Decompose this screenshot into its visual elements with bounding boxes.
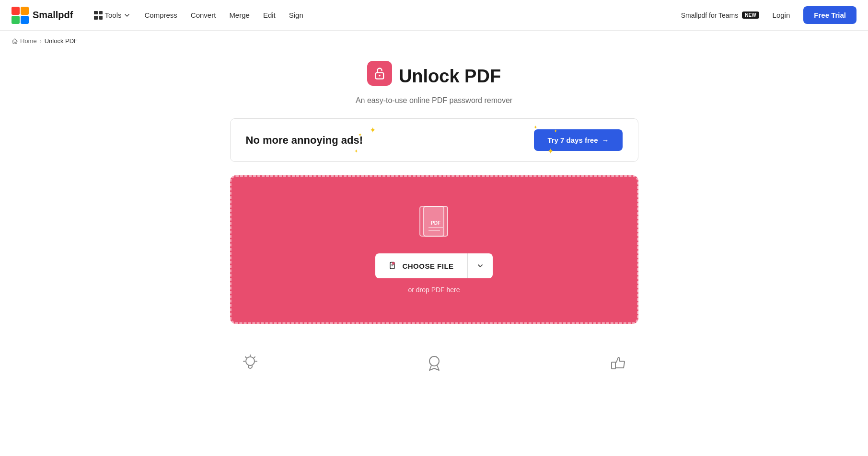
svg-text:PDF: PDF — [431, 220, 440, 226]
star-decoration-4: ✦ — [533, 125, 537, 130]
logo-text: Smallpdf — [33, 10, 73, 21]
compress-link[interactable]: Compress — [139, 7, 183, 23]
choose-file-button[interactable]: CHOOSE FILE — [375, 253, 467, 278]
login-button[interactable]: Login — [767, 7, 796, 23]
dropdown-chevron-icon — [476, 262, 484, 270]
lightbulb-icon — [240, 353, 261, 374]
sign-link[interactable]: Sign — [283, 7, 309, 23]
breadcrumb-separator: › — [40, 38, 42, 45]
edit-link[interactable]: Edit — [257, 7, 281, 23]
navbar: Smallpdf Tools Compress Convert Merge Ed… — [0, 0, 868, 31]
free-trial-button[interactable]: Free Trial — [803, 6, 856, 24]
nav-right: Smallpdf for Teams New Login Free Trial — [681, 6, 856, 24]
merge-link[interactable]: Merge — [223, 7, 255, 23]
award-icon — [424, 353, 445, 374]
star-decoration-1: ✦ — [370, 125, 376, 135]
file-icon — [389, 262, 397, 270]
svg-rect-3 — [21, 16, 29, 24]
home-icon — [12, 38, 18, 45]
star-decoration-2: ✦ — [358, 132, 362, 137]
thumbsup-icon — [608, 353, 629, 374]
pdf-file-icon: PDF — [419, 205, 450, 242]
grid-icon — [94, 11, 103, 20]
logo[interactable]: Smallpdf — [12, 7, 73, 24]
star-decoration-3: ✦ — [354, 148, 358, 154]
svg-rect-0 — [12, 7, 20, 15]
main-content: Unlock PDF An easy-to-use online PDF pas… — [219, 51, 650, 333]
breadcrumb-current: Unlock PDF — [45, 37, 78, 45]
unlock-icon-wrap — [367, 61, 392, 86]
tools-menu[interactable]: Tools — [88, 7, 137, 23]
svg-line-15 — [254, 357, 255, 358]
unlock-icon — [373, 67, 386, 80]
choose-file-dropdown-button[interactable] — [468, 253, 493, 278]
choose-file-row: CHOOSE FILE — [375, 253, 492, 278]
convert-link[interactable]: Convert — [185, 7, 222, 23]
ad-banner: ✦ ✦ ✦ ✦ ✦ ✦ No more annoying ads! Try 7 … — [230, 118, 638, 162]
star-decoration-5: ✦ — [547, 147, 554, 156]
drop-zone[interactable]: PDF CHOOSE FILE or dro — [230, 175, 638, 324]
svg-rect-2 — [12, 16, 20, 24]
bottom-icon-thumbsup — [608, 353, 629, 374]
svg-point-13 — [246, 357, 255, 365]
drop-hint: or drop PDF here — [408, 286, 460, 294]
breadcrumb: Home › Unlock PDF — [0, 31, 868, 51]
svg-rect-20 — [612, 362, 615, 369]
hero-subtitle: An easy-to-use online PDF password remov… — [230, 96, 638, 105]
chevron-down-icon — [123, 11, 131, 19]
svg-line-16 — [245, 357, 246, 358]
ad-text: No more annoying ads! — [246, 134, 363, 147]
bottom-icons — [147, 333, 722, 383]
hero-section: Unlock PDF An easy-to-use online PDF pas… — [230, 61, 638, 105]
hero-title-row: Unlock PDF — [230, 61, 638, 91]
svg-point-19 — [429, 356, 439, 366]
svg-rect-1 — [21, 7, 29, 15]
nav-links: Tools Compress Convert Merge Edit Sign — [88, 7, 681, 23]
teams-link[interactable]: Smallpdf for Teams New — [681, 11, 759, 19]
new-badge: New — [742, 11, 759, 19]
logo-icon — [12, 7, 29, 24]
breadcrumb-home[interactable]: Home — [12, 37, 37, 45]
svg-rect-12 — [393, 262, 395, 265]
bottom-icon-award — [424, 353, 445, 374]
star-decoration-6: ✦ — [554, 128, 557, 134]
bottom-icon-lightbulb — [240, 353, 261, 374]
svg-point-5 — [379, 75, 381, 77]
